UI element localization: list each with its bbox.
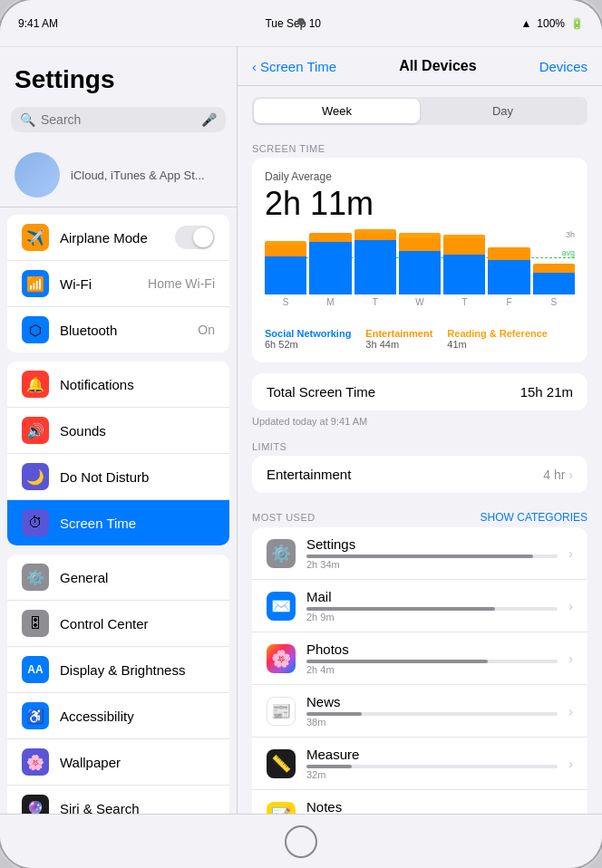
settings-app-chevron: ›: [568, 546, 573, 561]
sidebar-item-donotdisturb[interactable]: 🌙 Do Not Disturb: [7, 454, 229, 500]
settings-app-name: Settings: [306, 536, 558, 552]
airplane-toggle[interactable]: [175, 226, 215, 249]
search-bar[interactable]: 🔍 🎤: [11, 107, 226, 132]
news-app-name: News: [306, 694, 558, 709]
limits-right: 4 hr ›: [543, 468, 573, 482]
screentime-icon: ⏱: [22, 509, 49, 536]
profile-text: iCloud, iTunes & App St...: [71, 169, 205, 182]
controlcenter-icon: 🎛: [22, 610, 49, 637]
section-limits-label: LIMITS: [238, 434, 602, 456]
bar-col-thu: T: [443, 230, 485, 307]
bar-col-sun: S: [265, 230, 306, 307]
mail-app-name: Mail: [306, 589, 558, 604]
app-row-settings[interactable]: ⚙️ Settings 2h 34m ›: [252, 527, 587, 580]
photos-app-time: 2h 4m: [306, 664, 558, 675]
app-row-photos[interactable]: 🌸 Photos 2h 4m ›: [252, 632, 587, 685]
notifications-label: Notifications: [60, 377, 215, 392]
measure-app-info: Measure 32m: [306, 747, 558, 780]
apps-list: ⚙️ Settings 2h 34m › ✉️ Mail 2h 9m: [252, 527, 587, 814]
sidebar-item-accessibility[interactable]: ♿ Accessibility: [7, 693, 229, 739]
devices-button[interactable]: Devices: [539, 59, 587, 74]
settings-app-icon: ⚙️: [267, 539, 296, 568]
app-row-mail[interactable]: ✉️ Mail 2h 9m ›: [252, 580, 587, 632]
right-panel: ‹ Screen Time All Devices Devices Week D…: [238, 47, 602, 814]
settings-group-connectivity: ✈️ Airplane Mode 📶 Wi-Fi Home Wi-Fi ⬡ Bl…: [7, 215, 229, 352]
bottom-bar: [0, 814, 602, 868]
limits-label: Entertainment: [267, 467, 351, 482]
legend-social: Social Networking 6h 52m: [265, 328, 351, 350]
mail-app-info: Mail 2h 9m: [306, 589, 558, 622]
wifi-label: Wi-Fi: [60, 276, 137, 292]
settings-group-notifications: 🔔 Notifications 🔊 Sounds 🌙 Do Not Distur…: [7, 362, 229, 545]
bluetooth-label: Bluetooth: [60, 323, 187, 338]
back-button[interactable]: ‹ Screen Time: [252, 59, 336, 74]
bar-col-tue: T: [354, 230, 396, 307]
measure-app-time: 32m: [306, 769, 558, 780]
sidebar-item-bluetooth[interactable]: ⬡ Bluetooth On: [7, 307, 229, 352]
notes-app-info: Notes 13m: [306, 799, 558, 814]
bar-chart-inner: S M: [265, 230, 575, 307]
sidebar: Settings 🔍 🎤 iCloud, iTunes & App St... …: [0, 47, 238, 814]
display-label: Display & Brightness: [60, 662, 215, 678]
camera-dot: [297, 18, 305, 25]
total-label: Total Screen Time: [267, 384, 375, 400]
wifi-value: Home Wi-Fi: [148, 276, 215, 291]
notes-app-chevron: ›: [568, 809, 573, 815]
home-button[interactable]: [285, 825, 317, 858]
profile-row[interactable]: iCloud, iTunes & App St...: [0, 143, 237, 207]
news-app-info: News 38m: [306, 694, 558, 728]
mic-icon[interactable]: 🎤: [201, 112, 217, 127]
photos-app-info: Photos 2h 4m: [306, 641, 558, 675]
photos-app-icon: 🌸: [267, 644, 296, 673]
app-row-news[interactable]: 📰 News 38m ›: [252, 685, 587, 738]
donotdisturb-icon: 🌙: [22, 463, 49, 490]
settings-group-general: ⚙️ General 🎛 Control Center AA Display &…: [7, 555, 229, 814]
segment-control: Week Day: [252, 97, 587, 125]
page-title: All Devices: [399, 58, 476, 74]
sidebar-item-sounds[interactable]: 🔊 Sounds: [7, 408, 229, 454]
measure-app-icon: 📏: [267, 749, 296, 778]
screentime-label: Screen Time: [60, 516, 215, 531]
news-app-chevron: ›: [568, 704, 573, 719]
show-categories-button[interactable]: SHOW CATEGORIES: [481, 511, 587, 524]
notes-app-name: Notes: [306, 799, 558, 814]
status-date: Tue Sep 10: [265, 17, 321, 30]
bar-col-mon: M: [309, 230, 351, 307]
donotdisturb-label: Do Not Disturb: [60, 469, 215, 485]
search-input[interactable]: [41, 112, 196, 127]
sidebar-item-notifications[interactable]: 🔔 Notifications: [7, 362, 229, 408]
bluetooth-value: On: [198, 323, 215, 337]
sidebar-item-sirisearch[interactable]: 🔮 Siri & Search: [7, 786, 229, 814]
battery-icon: 🔋: [570, 17, 584, 30]
photos-app-chevron: ›: [568, 651, 573, 666]
bar-col-wed: W: [399, 230, 441, 307]
total-value: 15h 21m: [520, 384, 573, 400]
controlcenter-label: Control Center: [60, 616, 215, 632]
limits-value: 4 hr: [543, 468, 565, 482]
search-icon: 🔍: [20, 112, 35, 127]
avatar: [15, 152, 60, 198]
sidebar-item-wallpaper[interactable]: 🌸 Wallpaper: [7, 739, 229, 786]
legend-entertainment: Entertainment 3h 44m: [365, 328, 432, 350]
legend-reading: Reading & Reference 41m: [447, 328, 548, 350]
limits-row[interactable]: Entertainment 4 hr ›: [252, 456, 587, 493]
measure-app-chevron: ›: [568, 757, 573, 771]
app-row-notes[interactable]: 📝 Notes 13m ›: [252, 790, 587, 814]
sounds-label: Sounds: [60, 423, 215, 439]
sidebar-item-general[interactable]: ⚙️ General: [7, 555, 229, 601]
sidebar-item-screentime[interactable]: ⏱ Screen Time: [7, 500, 229, 545]
wifi-icon: ▲: [520, 17, 531, 30]
wallpaper-label: Wallpaper: [60, 755, 215, 770]
sidebar-item-wifi[interactable]: 📶 Wi-Fi Home Wi-Fi: [7, 261, 229, 307]
sounds-icon: 🔊: [22, 417, 49, 444]
tab-day[interactable]: Day: [420, 99, 586, 123]
measure-app-name: Measure: [306, 747, 558, 762]
sidebar-item-displaybrightness[interactable]: AA Display & Brightness: [7, 647, 229, 693]
tab-week[interactable]: Week: [254, 99, 420, 123]
wifi-settings-icon: 📶: [22, 270, 49, 297]
sidebar-item-airplane[interactable]: ✈️ Airplane Mode: [7, 215, 229, 261]
section-most-used-label: MOST USED: [252, 512, 316, 523]
app-row-measure[interactable]: 📏 Measure 32m ›: [252, 738, 587, 790]
sidebar-item-controlcenter[interactable]: 🎛 Control Center: [7, 601, 229, 647]
daily-avg-card: Daily Average 2h 11m 3h avg: [252, 158, 587, 362]
